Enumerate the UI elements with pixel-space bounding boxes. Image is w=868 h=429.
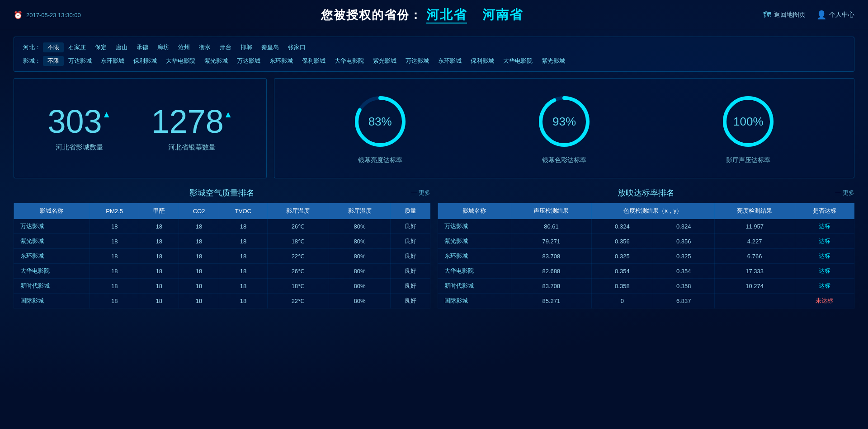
screen-count-number: 1278 ▲: [151, 105, 233, 138]
air-col-ch2o: 甲醛: [139, 203, 179, 219]
cinema-count-label: 河北省影城数量: [48, 143, 111, 152]
broadcast-cell: 85.271: [511, 294, 591, 308]
sound-value: 100%: [733, 115, 764, 129]
air-quality-cell: 18: [219, 249, 268, 264]
broadcast-cell: 17.333: [714, 264, 795, 279]
broadcast-cell: 0.358: [591, 279, 653, 294]
filter-cinema-3[interactable]: 保利影城: [129, 56, 161, 66]
stats-section: 303 ▲ 河北省影城数量 1278 ▲ 河北省银幕数量 83% 银幕亮度达标率: [14, 78, 854, 178]
sound-circle: 100%: [719, 92, 778, 151]
air-quality-cell: 良好: [391, 294, 430, 308]
header: ⏰ 2017-05-23 13:30:00 您被授权的省份： 河北省 河南省 🗺…: [0, 0, 868, 30]
brightness-value: 83%: [368, 115, 392, 129]
filter-cinema-13[interactable]: 保利影城: [466, 56, 499, 66]
broadcast-cell: 11.957: [714, 219, 795, 234]
stats-left-panel: 303 ▲ 河北省影城数量 1278 ▲ 河北省银幕数量: [14, 78, 267, 178]
broadcast-row: 万达影城80.610.3240.32411.957达标: [438, 219, 854, 234]
filter-city-11[interactable]: 张家口: [283, 42, 310, 52]
air-quality-cell: 东环影城: [14, 249, 90, 264]
map-icon: 🗺: [763, 10, 771, 20]
filter-cinema-14[interactable]: 大华电影院: [499, 56, 537, 66]
air-quality-cell: 良好: [391, 249, 430, 264]
air-col-tvoc: TVOC: [219, 203, 268, 219]
broadcast-cell: 0.354: [591, 264, 653, 279]
air-quality-cell: 18: [179, 279, 219, 294]
filter-cinema-11[interactable]: 万达影城: [401, 56, 434, 66]
broadcast-row: 新时代影城83.7080.3580.35810.274达标: [438, 279, 854, 294]
broadcast-cell: 未达标: [795, 294, 854, 308]
header-right: 🗺 返回地图页 👤 个人中心: [763, 10, 854, 20]
air-quality-cell: 22℃: [267, 294, 329, 308]
filter-city-6[interactable]: 沧州: [174, 42, 194, 52]
air-quality-cell: 良好: [391, 264, 430, 279]
filter-city-10[interactable]: 秦皇岛: [257, 42, 283, 52]
hebei-label: 河北：: [23, 43, 43, 51]
air-col-name: 影城名称: [14, 203, 90, 219]
broadcast-cell: 83.708: [511, 279, 591, 294]
filter-cinema-5[interactable]: 紫光影城: [200, 56, 232, 66]
filter-city-8[interactable]: 邢台: [215, 42, 236, 52]
brightness-circle: 83%: [351, 92, 410, 151]
air-quality-row: 大华电影院1818181826℃80%良好: [14, 264, 430, 279]
air-quality-cell: 18: [139, 279, 179, 294]
broadcast-row: 大华电影院82.6880.3540.35417.333达标: [438, 264, 854, 279]
air-quality-cell: 18: [90, 249, 139, 264]
province1[interactable]: 河北省: [426, 8, 467, 23]
air-quality-header: 影城空气质量排名 — 更多: [14, 187, 430, 198]
sound-label: 影厅声压达标率: [719, 156, 778, 164]
broadcast-cell: 83.708: [511, 249, 591, 264]
broadcast-cell: 大华电影院: [438, 264, 511, 279]
filter-cinema-4[interactable]: 大华电影院: [161, 56, 200, 66]
filter-cinema-7[interactable]: 东环影城: [265, 56, 297, 66]
filter-cinema-8[interactable]: 保利影城: [297, 56, 330, 66]
air-quality-table: 影城名称 PM2.5 甲醛 CO2 TVOC 影厅温度 影厅湿度 质量 万达影城…: [14, 203, 430, 308]
datetime: 2017-05-23 13:30:00: [26, 12, 81, 19]
broadcast-cell: 紫光影城: [438, 234, 511, 249]
filter-cinema-0[interactable]: 不限: [43, 56, 64, 66]
filter-cinema-1[interactable]: 万达影城: [64, 56, 96, 66]
brightness-stat: 83% 银幕亮度达标率: [351, 92, 410, 164]
air-quality-cell: 80%: [329, 249, 390, 264]
filter-cinema-12[interactable]: 东环影城: [434, 56, 466, 66]
bc-col-pass: 是否达标: [795, 203, 854, 219]
filter-city-1[interactable]: 石家庄: [64, 42, 90, 52]
air-quality-cell: 新时代影城: [14, 279, 90, 294]
broadcast-more[interactable]: — 更多: [835, 189, 854, 197]
filter-city-4[interactable]: 承德: [132, 42, 153, 52]
province2[interactable]: 河南省: [482, 8, 523, 22]
filter-city-2[interactable]: 保定: [90, 42, 111, 52]
air-quality-cell: 80%: [329, 264, 390, 279]
filter-cinema-9[interactable]: 大华电影院: [330, 56, 368, 66]
filter-city-7[interactable]: 衡水: [194, 42, 215, 52]
nav-map[interactable]: 🗺 返回地图页: [763, 10, 806, 20]
broadcast-cell: 东环影城: [438, 249, 511, 264]
air-quality-cell: 18: [90, 294, 139, 308]
air-quality-more[interactable]: — 更多: [411, 189, 430, 197]
air-quality-cell: 18: [139, 219, 179, 234]
broadcast-cell: 0.325: [591, 249, 653, 264]
filter-cinema-15[interactable]: 紫光影城: [537, 56, 570, 66]
filter-cinema-2[interactable]: 东环影城: [96, 56, 129, 66]
air-quality-cell: 18: [139, 294, 179, 308]
broadcast-cell: 0.324: [591, 219, 653, 234]
nav-user[interactable]: 👤 个人中心: [816, 10, 854, 20]
broadcast-table: 影城名称 声压检测结果 色度检测结果（x，y） 亮度检测结果 是否达标 万达影城…: [438, 203, 854, 308]
broadcast-cell: 0.356: [653, 234, 714, 249]
color-value: 93%: [552, 115, 576, 129]
broadcast-cell: 0.354: [653, 264, 714, 279]
filter-city-9[interactable]: 邯郸: [236, 42, 257, 52]
broadcast-cell: 0.358: [653, 279, 714, 294]
broadcast-cell: 6.837: [653, 294, 714, 308]
air-quality-cell: 18: [219, 264, 268, 279]
filter-cinema-6[interactable]: 万达影城: [232, 56, 265, 66]
air-quality-cell: 80%: [329, 279, 390, 294]
filter-city-5[interactable]: 廊坊: [153, 42, 174, 52]
air-quality-row: 新时代影城1818181818℃80%良好: [14, 279, 430, 294]
filter-city-3[interactable]: 唐山: [111, 42, 132, 52]
air-quality-cell: 18: [90, 264, 139, 279]
cinema-trend-icon: ▲: [102, 110, 111, 119]
filter-cinema-10[interactable]: 紫光影城: [368, 56, 401, 66]
filter-city-0[interactable]: 不限: [43, 42, 64, 52]
air-quality-cell: 18: [179, 234, 219, 249]
air-quality-cell: 良好: [391, 219, 430, 234]
